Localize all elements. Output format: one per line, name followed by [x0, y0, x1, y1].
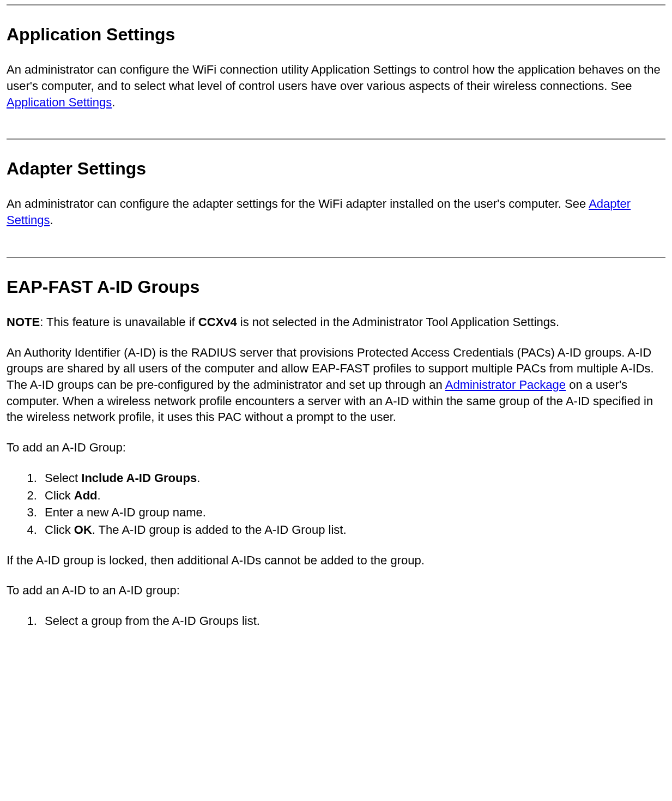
text-app-settings-after: .	[112, 95, 115, 109]
text-adapter-before: An administrator can configure the adapt…	[7, 197, 589, 210]
paragraph-locked-group: If the A-ID group is locked, then additi…	[7, 552, 665, 569]
list-item: Click Add.	[40, 487, 665, 504]
heading-adapter-settings: Adapter Settings	[7, 157, 665, 180]
paragraph-aid-description: An Authority Identifier (A-ID) is the RA…	[7, 345, 665, 425]
li1-bold: Include A-ID Groups	[81, 471, 197, 485]
text-app-settings-before: An administrator can configure the WiFi …	[7, 63, 661, 93]
list-item: Select Include A-ID Groups.	[40, 470, 665, 486]
li4-after: . The A-ID group is added to the A-ID Gr…	[92, 523, 347, 537]
list-add-aid: Select a group from the A-ID Groups list…	[7, 613, 665, 629]
note-before-bold: : This feature is unavailable if	[40, 315, 198, 329]
note-bold-ccxv4: CCXv4	[198, 315, 237, 329]
paragraph-note: NOTE: This feature is unavailable if CCX…	[7, 314, 665, 330]
note-label: NOTE	[7, 315, 40, 329]
li2-before: Click	[45, 489, 74, 502]
link-application-settings[interactable]: Application Settings	[7, 95, 112, 109]
heading-eap-fast: EAP-FAST A-ID Groups	[7, 275, 665, 299]
li2-bold: Add	[74, 489, 98, 502]
heading-application-settings: Application Settings	[7, 23, 665, 46]
paragraph-application-settings: An administrator can configure the WiFi …	[7, 62, 665, 110]
list-item: Enter a new A-ID group name.	[40, 504, 665, 521]
li2-after: .	[98, 489, 101, 502]
li4-before: Click	[45, 523, 74, 537]
list-item: Click OK. The A-ID group is added to the…	[40, 522, 665, 538]
link-administrator-package[interactable]: Administrator Package	[445, 378, 566, 392]
paragraph-add-aid-group-intro: To add an A-ID Group:	[7, 439, 665, 456]
divider-1	[7, 138, 665, 140]
note-after-bold: is not selected in the Administrator Too…	[237, 315, 560, 329]
li1-before: Select	[45, 471, 81, 485]
text-adapter-after: .	[50, 213, 53, 227]
list-item: Select a group from the A-ID Groups list…	[40, 613, 665, 629]
list-add-aid-group: Select Include A-ID Groups. Click Add. E…	[7, 470, 665, 538]
paragraph-adapter-settings: An administrator can configure the adapt…	[7, 196, 665, 228]
li4-bold: OK	[74, 523, 92, 537]
divider-2	[7, 257, 665, 258]
paragraph-add-aid-intro: To add an A-ID to an A-ID group:	[7, 582, 665, 599]
li1-after: .	[197, 471, 200, 485]
divider-top	[7, 4, 665, 5]
